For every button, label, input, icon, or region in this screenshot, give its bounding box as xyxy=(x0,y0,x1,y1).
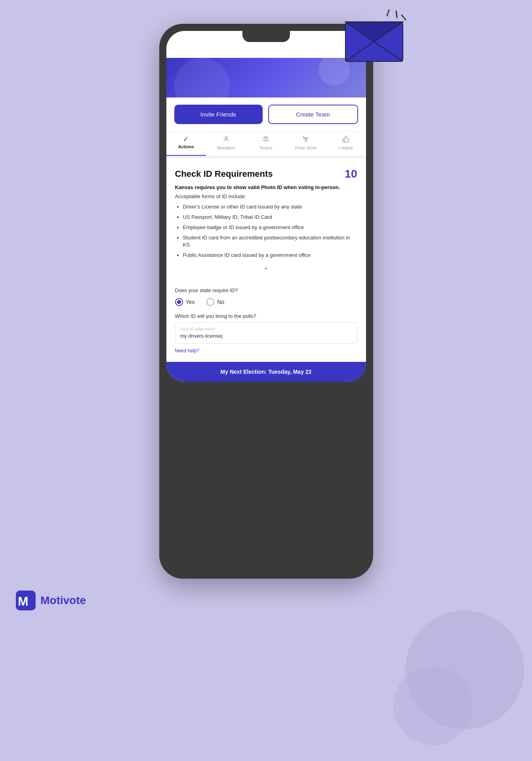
bottom-bar-text: My Next Election: Tuesday, May 22 xyxy=(221,369,312,375)
svg-line-1 xyxy=(396,11,397,17)
svg-line-2 xyxy=(402,15,406,20)
create-team-button[interactable]: Create Team xyxy=(268,105,358,124)
list-item-1: Driver's License or other ID card issued… xyxy=(183,203,357,210)
form-question-1: Does your state require ID? xyxy=(175,287,357,293)
prize-store-icon xyxy=(302,136,309,144)
input-placeholder: Your ID plan here* xyxy=(180,327,352,331)
need-help-link[interactable]: Need help? xyxy=(175,348,199,354)
input-value: my drivers license xyxy=(180,333,223,339)
radio-yes-label: Yes xyxy=(186,299,195,305)
svg-point-8 xyxy=(264,137,266,139)
phone-notch xyxy=(242,31,290,42)
collapse-arrow[interactable]: ⌃ xyxy=(175,263,357,279)
members-icon xyxy=(223,136,230,144)
title-row: Check ID Requirements 10 xyxy=(175,168,357,180)
svg-point-9 xyxy=(266,137,268,139)
list-item-4: Student ID card from an accredited posts… xyxy=(183,234,357,249)
tab-prize-store[interactable]: Prize Store xyxy=(286,132,326,156)
tab-teams[interactable]: Teams xyxy=(246,132,286,156)
section-title: Check ID Requirements xyxy=(175,169,273,179)
form-section: Does your state require ID? Yes No Which… xyxy=(166,287,366,362)
bg-circle-2 xyxy=(393,666,473,745)
radio-no-label: No xyxy=(217,299,224,305)
list-item-5: Public Assistance ID card issued by a go… xyxy=(183,252,357,259)
tab-actions[interactable]: ✓ Actions xyxy=(166,132,206,156)
invite-friends-button[interactable]: Invite Friends xyxy=(174,105,263,124)
radio-no[interactable]: No xyxy=(206,298,224,306)
tab-i-voted-label: I Voted! xyxy=(338,145,353,150)
svg-point-7 xyxy=(225,136,227,139)
list-item-2: US Passport, Military ID, Tribal ID Card xyxy=(183,214,357,221)
actions-icon: ✓ xyxy=(183,136,189,143)
list-item-3: Employee badge or ID issued by a governm… xyxy=(183,224,357,231)
tab-prize-store-label: Prize Store xyxy=(295,145,317,150)
motivote-logo: M xyxy=(16,591,36,610)
svg-text:M: M xyxy=(18,594,29,608)
header-bar xyxy=(166,42,366,58)
branding-name: Motivote xyxy=(40,594,86,607)
action-buttons-row: Invite Friends Create Team xyxy=(166,98,366,131)
radio-group: Yes No xyxy=(175,298,357,306)
main-content: Check ID Requirements 10 Kansas requires… xyxy=(166,158,366,287)
envelope-decoration xyxy=(338,8,409,63)
tab-navigation: ✓ Actions Members xyxy=(166,131,366,156)
radio-yes-circle xyxy=(175,298,183,306)
score-badge: 10 xyxy=(345,168,357,180)
phone-shell: Invite Friends Create Team ✓ Actions Mem… xyxy=(159,24,373,579)
tab-i-voted[interactable]: I Voted! xyxy=(326,132,366,156)
radio-yes[interactable]: Yes xyxy=(175,298,195,306)
tab-members[interactable]: Members xyxy=(206,132,246,156)
teams-icon xyxy=(262,136,269,144)
id-subtitle-bold: Kansas requires you to show valid Photo … xyxy=(175,184,357,190)
radio-no-circle xyxy=(206,298,214,306)
tab-members-label: Members xyxy=(217,145,235,150)
phone-mockup: Invite Friends Create Team ✓ Actions Mem… xyxy=(159,24,373,579)
hero-banner xyxy=(166,58,366,98)
list-intro: Acceptable forms of ID include: xyxy=(175,193,357,199)
i-voted-icon xyxy=(342,136,349,144)
phone-screen: Invite Friends Create Team ✓ Actions Mem… xyxy=(166,31,366,382)
tab-actions-label: Actions xyxy=(178,144,194,149)
branding: M Motivote xyxy=(16,591,86,610)
id-plan-input-wrapper[interactable]: Your ID plan here* my drivers license xyxy=(175,322,357,344)
tab-teams-label: Teams xyxy=(259,145,272,150)
svg-line-0 xyxy=(387,10,389,16)
bottom-bar: My Next Election: Tuesday, May 22 xyxy=(166,362,366,382)
id-requirements-list: Driver's License or other ID card issued… xyxy=(175,203,357,259)
form-question-2: Which ID will you bring to the polls? xyxy=(175,313,357,319)
